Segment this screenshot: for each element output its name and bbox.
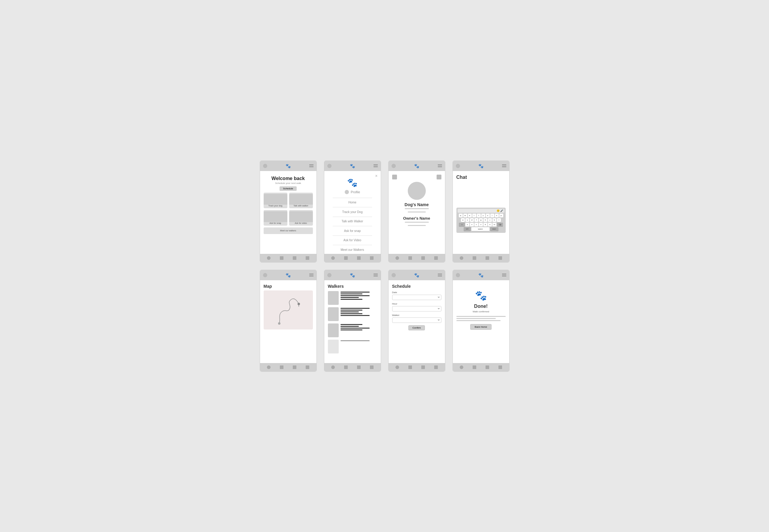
menu-icon[interactable] — [309, 274, 313, 276]
menu-icon[interactable] — [309, 164, 313, 167]
recent-btn[interactable] — [486, 365, 489, 369]
walker-item-2[interactable] — [328, 307, 377, 321]
ask-snap-card[interactable]: Ask for snap — [264, 210, 287, 226]
key-m[interactable]: m — [493, 223, 496, 227]
menu-home[interactable]: Home — [348, 201, 356, 204]
key-q[interactable]: q — [459, 214, 463, 218]
ask-video-label: Ask for video — [295, 222, 307, 224]
ask-snap-image — [264, 211, 287, 222]
hour-select[interactable] — [392, 306, 442, 311]
screen-schedule: 🐾 Schedule Date Hour Walker — [388, 270, 445, 372]
key-e[interactable]: e — [468, 214, 472, 218]
key-o[interactable]: o — [495, 214, 499, 218]
confirm-button[interactable]: Confirm — [409, 325, 425, 330]
key-i[interactable]: i — [490, 214, 494, 218]
extra-btn[interactable] — [306, 365, 309, 369]
ask-video-card[interactable]: Ask for video — [289, 210, 313, 226]
extra-btn[interactable] — [434, 365, 438, 369]
key-y[interactable]: y — [481, 214, 485, 218]
date-select[interactable] — [392, 295, 442, 300]
back-home-button[interactable]: Back Home — [470, 324, 492, 330]
menu-track-dog[interactable]: Track your Dog — [342, 210, 363, 214]
extra-btn[interactable] — [499, 256, 502, 260]
home-btn[interactable] — [280, 256, 283, 260]
menu-talk-walker[interactable]: Talk with Walker — [342, 220, 363, 223]
menu-meet-walkers[interactable]: Meet our Walkers — [341, 248, 364, 251]
recent-btn[interactable] — [421, 256, 425, 260]
talk-walker-card[interactable]: Talk with walker — [289, 193, 313, 208]
walker-select[interactable] — [392, 317, 442, 323]
home-btn[interactable] — [473, 256, 476, 260]
menu-icon[interactable] — [502, 274, 506, 276]
walker-item-1[interactable] — [328, 291, 377, 305]
extra-btn[interactable] — [434, 256, 438, 260]
key-k[interactable]: k — [493, 218, 496, 222]
key-return[interactable]: return — [490, 227, 499, 231]
close-icon[interactable]: × — [375, 173, 377, 178]
key-l[interactable]: l — [497, 218, 501, 222]
recent-btn[interactable] — [357, 365, 360, 369]
back-btn[interactable] — [267, 365, 270, 369]
key-w[interactable]: w — [463, 214, 467, 218]
key-123[interactable]: 123 — [464, 227, 471, 231]
back-btn[interactable] — [331, 365, 335, 369]
recent-btn[interactable] — [293, 256, 296, 260]
key-f[interactable]: f — [475, 218, 478, 222]
back-btn[interactable] — [460, 256, 463, 260]
key-n[interactable]: n — [488, 223, 492, 227]
key-x[interactable]: x — [470, 223, 474, 227]
key-a[interactable]: a — [461, 218, 465, 222]
meet-walkers-button[interactable]: Meet our walkers — [264, 227, 313, 234]
back-btn[interactable] — [396, 256, 399, 260]
recent-btn[interactable] — [421, 365, 425, 369]
menu-icon[interactable] — [373, 274, 378, 276]
key-b[interactable]: b — [484, 223, 487, 227]
done-line-1 — [457, 316, 506, 317]
key-r[interactable]: r — [472, 214, 476, 218]
home-btn[interactable] — [409, 256, 412, 260]
key-j[interactable]: j — [488, 218, 492, 222]
key-c[interactable]: c — [475, 223, 478, 227]
key-t[interactable]: t — [477, 214, 481, 218]
key-g[interactable]: g — [479, 218, 483, 222]
key-z[interactable]: z — [466, 223, 469, 227]
back-btn[interactable] — [331, 256, 335, 260]
key-u[interactable]: u — [486, 214, 490, 218]
key-space[interactable]: space — [472, 227, 490, 231]
recent-btn[interactable] — [486, 256, 489, 260]
back-btn[interactable] — [460, 365, 463, 369]
home-btn[interactable] — [473, 365, 476, 369]
done-info-lines — [457, 316, 506, 321]
menu-icon[interactable] — [373, 164, 378, 167]
extra-btn[interactable] — [370, 365, 373, 369]
key-p[interactable]: p — [499, 214, 503, 218]
menu-ask-video[interactable]: Ask for Video — [343, 239, 361, 242]
extra-btn[interactable] — [370, 256, 373, 260]
key-h[interactable]: h — [484, 218, 487, 222]
home-btn[interactable] — [344, 365, 348, 369]
schedule-button[interactable]: Schedule — [279, 186, 297, 191]
svg-point-0 — [297, 303, 300, 305]
home-btn[interactable] — [344, 256, 348, 260]
map-area[interactable] — [264, 290, 313, 329]
walker-item-3[interactable] — [328, 323, 377, 337]
extra-btn[interactable] — [306, 256, 309, 260]
menu-ask-snap[interactable]: Ask for snap — [344, 229, 361, 233]
recent-btn[interactable] — [357, 256, 360, 260]
back-btn[interactable] — [396, 365, 399, 369]
key-shift[interactable]: ⇧ — [459, 223, 465, 227]
key-backspace[interactable]: ⌫ — [497, 223, 503, 227]
key-v[interactable]: v — [479, 223, 483, 227]
menu-icon[interactable] — [502, 164, 506, 167]
back-btn[interactable] — [267, 256, 270, 260]
track-dog-card[interactable]: Track your dog — [264, 193, 287, 208]
menu-icon[interactable] — [438, 274, 442, 276]
home-btn[interactable] — [409, 365, 412, 369]
home-btn[interactable] — [280, 365, 283, 369]
menu-icon[interactable] — [438, 164, 442, 167]
extra-btn[interactable] — [499, 365, 502, 369]
key-d[interactable]: d — [470, 218, 474, 222]
walker-item-4[interactable] — [328, 340, 377, 353]
recent-btn[interactable] — [293, 365, 296, 369]
key-s[interactable]: s — [466, 218, 469, 222]
